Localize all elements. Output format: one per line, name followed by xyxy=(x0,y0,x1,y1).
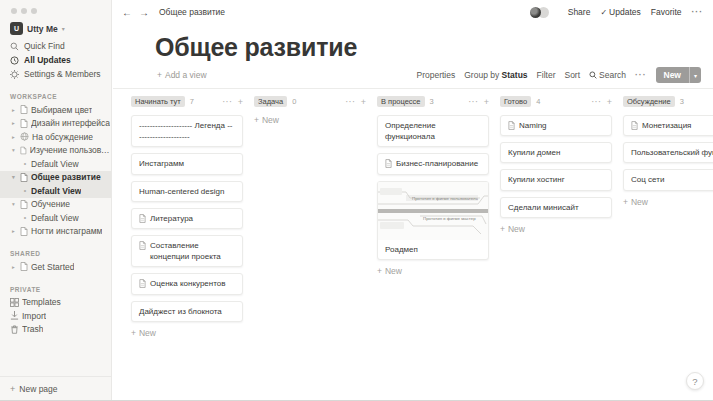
toggle-collapsed-icon[interactable]: ▸ xyxy=(10,228,17,234)
favorite-button[interactable]: Favorite xyxy=(651,7,682,17)
item-label: Import xyxy=(22,311,46,321)
window-zoom-icon[interactable] xyxy=(31,8,37,14)
card-sostavlenie-koncepcii[interactable]: Составление концепции проекта xyxy=(131,235,243,267)
chevron-down-icon[interactable]: ▾ xyxy=(689,67,701,83)
sidebar-item-default-view-2[interactable]: • Default View xyxy=(0,184,111,198)
card-soc-seti[interactable]: Соц сети xyxy=(623,169,713,190)
breadcrumb[interactable]: Общее развитие xyxy=(159,7,225,17)
sidebar-item-default-view-3[interactable]: • Default View xyxy=(0,211,111,225)
column-more-icon[interactable]: ··· xyxy=(346,98,356,105)
column-add-icon[interactable]: + xyxy=(484,97,489,107)
column-v-processe: В процессе 3 ··· + Определение функциона… xyxy=(377,95,489,400)
card-title: Монетизация xyxy=(642,120,691,131)
toggle-expanded-icon[interactable]: ▾ xyxy=(10,201,17,207)
sort-button[interactable]: Sort xyxy=(564,70,580,80)
page-title[interactable]: Общее развитие xyxy=(155,33,357,62)
add-card-button[interactable]: +New xyxy=(131,328,243,338)
sidebar-item-quick-find[interactable]: Quick Find xyxy=(0,39,111,53)
toggle-collapsed-icon[interactable]: ▸ xyxy=(10,264,17,270)
column-count: 7 xyxy=(190,97,194,106)
column-name[interactable]: Готово xyxy=(500,96,531,107)
card-biznes-planirovanie[interactable]: Бизнес-планирование xyxy=(377,153,489,174)
new-page-label: New page xyxy=(19,384,57,394)
card-daidzhest[interactable]: Дайджест из блокнота xyxy=(131,301,243,322)
card-kupili-hosting[interactable]: Купили хостинг xyxy=(500,169,612,190)
new-button-label[interactable]: New xyxy=(656,67,689,83)
add-card-button[interactable]: +New xyxy=(377,266,489,276)
toggle-collapsed-icon[interactable]: ▸ xyxy=(10,134,17,140)
card-title: Купили домен xyxy=(508,147,560,158)
toggle-collapsed-icon[interactable]: ▸ xyxy=(10,120,17,126)
workspace-avatar: U xyxy=(10,22,23,35)
column-add-icon[interactable]: + xyxy=(607,97,612,107)
toggle-expanded-icon[interactable]: ▾ xyxy=(10,147,17,153)
card-instagramm[interactable]: Инстаграмм xyxy=(131,153,243,174)
properties-button[interactable]: Properties xyxy=(417,70,456,80)
column-more-icon[interactable]: ··· xyxy=(223,98,233,105)
search-label: Search xyxy=(599,70,626,80)
card-ocenka-konkurentov[interactable]: Оценка конкурентов xyxy=(131,273,243,294)
column-name[interactable]: В процессе xyxy=(377,96,425,107)
add-card-button[interactable]: +New xyxy=(500,224,612,234)
board-toolbar: Properties Group by Status Filter Sort S… xyxy=(417,67,702,83)
sidebar-item-na-obsuzhdenie[interactable]: ▸ На обсуждение xyxy=(0,130,111,144)
toolbar-more-icon[interactable]: ··· xyxy=(635,70,647,80)
more-options-icon[interactable]: ··· xyxy=(692,7,704,17)
sidebar-item-default-view-1[interactable]: • Default View xyxy=(0,157,111,171)
sidebar-item-get-started[interactable]: ▸ Get Started xyxy=(0,260,111,274)
sidebar-item-settings[interactable]: Settings & Members xyxy=(0,67,111,81)
group-by-button[interactable]: Group by Status xyxy=(464,70,527,80)
window-controls[interactable] xyxy=(0,0,111,18)
item-label: Templates xyxy=(22,297,61,307)
column-header: В процессе 3 ··· + xyxy=(377,95,489,108)
forward-icon[interactable]: → xyxy=(139,7,149,18)
sidebar-item-dizain-interfeisa[interactable]: ▸ Дизайн интерфейса xyxy=(0,117,111,131)
page-icon xyxy=(139,214,146,223)
column-name[interactable]: Обсуждение xyxy=(623,96,675,107)
column-more-icon[interactable]: ··· xyxy=(592,98,602,105)
search-button[interactable]: Search xyxy=(589,70,626,80)
column-more-icon[interactable]: ··· xyxy=(469,98,479,105)
card-kupili-domen[interactable]: Купили домен xyxy=(500,142,612,163)
window-close-icon[interactable] xyxy=(11,8,17,14)
card-literatura[interactable]: Литература xyxy=(131,208,243,229)
sidebar-item-all-updates[interactable]: All Updates xyxy=(0,53,111,67)
card-human-centered-design[interactable]: Human-centered design xyxy=(131,181,243,202)
add-card-button[interactable]: +New xyxy=(623,197,713,207)
window-minimize-icon[interactable] xyxy=(21,8,27,14)
toggle-expanded-icon[interactable]: ▾ xyxy=(10,174,17,180)
toggle-collapsed-icon[interactable]: ▸ xyxy=(10,107,17,113)
new-page-button[interactable]: + New page xyxy=(0,376,111,400)
sidebar-item-trash[interactable]: Trash xyxy=(0,323,111,337)
filter-button[interactable]: Filter xyxy=(537,70,556,80)
workspace-switcher[interactable]: U Utty Me ▾ xyxy=(0,18,111,39)
column-obsuzhdenie: Обсуждение 3 Монетизация Пользовательски… xyxy=(623,95,713,400)
card-roadmep[interactable]: Прототип в фигме пользователь Прототип в… xyxy=(377,181,489,260)
card-opredelenie-funkcionala[interactable]: Определение функционала xyxy=(377,115,489,147)
column-add-icon[interactable]: + xyxy=(361,97,366,107)
card-monetizaciya[interactable]: Монетизация xyxy=(623,115,713,136)
share-button[interactable]: Share xyxy=(568,7,591,17)
sidebar-item-obshchee-razvitie[interactable]: ▾ Общее развитие xyxy=(0,171,111,185)
sidebar-item-obuchenie[interactable]: ▾ Обучение xyxy=(0,198,111,212)
avatar[interactable] xyxy=(530,7,541,18)
column-name[interactable]: Начинать тут xyxy=(131,96,185,107)
sidebar-item-izuchenie-polzovatelei[interactable]: ▾ Изучение пользовател... xyxy=(0,144,111,158)
card-polzovatelskii-funkcional[interactable]: Пользовательский функционал xyxy=(623,142,713,163)
sidebar-item-templates[interactable]: Templates xyxy=(0,296,111,310)
back-icon[interactable]: ← xyxy=(122,7,132,18)
sidebar-item-vybiraem-cvet[interactable]: ▸ Выбираем цвет xyxy=(0,103,111,117)
column-name[interactable]: Задача xyxy=(254,96,287,107)
sidebar-item-nogti-instagramm[interactable]: ▸ Ногти инстаграмм xyxy=(0,225,111,239)
sidebar-item-import[interactable]: Import xyxy=(0,309,111,323)
card-legenda[interactable]: -------------------- Легенда -----------… xyxy=(131,115,243,147)
column-add-icon[interactable]: + xyxy=(238,97,243,107)
card-sdelali-minisait[interactable]: Сделали минисайт xyxy=(500,197,612,218)
workspace-name: Utty Me xyxy=(27,24,58,34)
add-view-button[interactable]: + Add a view xyxy=(157,70,207,80)
new-button[interactable]: New ▾ xyxy=(656,67,702,83)
add-card-button[interactable]: +New xyxy=(254,115,366,125)
card-naming[interactable]: Naming xyxy=(500,115,612,136)
help-button[interactable]: ? xyxy=(686,372,704,390)
updates-button[interactable]: ✓Updates xyxy=(600,7,640,17)
